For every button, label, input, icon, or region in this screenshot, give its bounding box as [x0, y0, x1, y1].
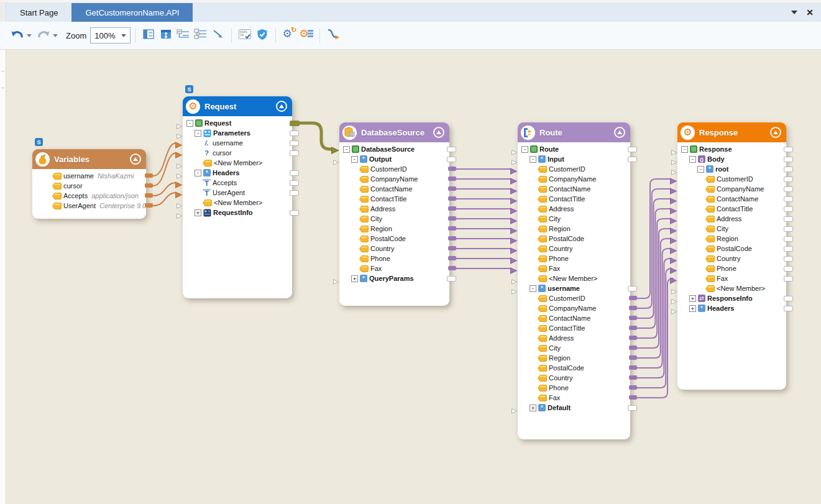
- tree-row[interactable]: Phone: [677, 263, 786, 273]
- tree-row[interactable]: <New Member>: [677, 283, 786, 293]
- node-header-databasesource[interactable]: DatabaseSource: [339, 122, 449, 142]
- output-port[interactable]: [629, 336, 637, 340]
- wire-route-to-response[interactable]: [637, 209, 671, 328]
- expand-toggle-icon[interactable]: +: [530, 405, 536, 411]
- output-port[interactable]: [448, 266, 456, 270]
- tree-row[interactable]: -*Headers: [183, 168, 292, 178]
- tree-row[interactable]: City: [518, 343, 630, 353]
- tree-row[interactable]: Acceptsapplication/json: [32, 191, 146, 201]
- wire-route-to-response[interactable]: [637, 189, 671, 308]
- output-port[interactable]: [629, 365, 637, 370]
- input-port[interactable]: [333, 157, 339, 168]
- panel-left-button[interactable]: [141, 26, 156, 45]
- node-request[interactable]: S⚙Request-Request-Parameters/.username?c…: [183, 96, 292, 298]
- wire-variables-to-request[interactable]: [153, 143, 177, 176]
- panel-fit-button[interactable]: [158, 26, 173, 45]
- collapse-node-button[interactable]: [614, 127, 625, 138]
- wire-route-to-response[interactable]: [637, 278, 673, 398]
- output-port[interactable]: [784, 157, 793, 162]
- tree-row[interactable]: Region: [518, 353, 630, 363]
- tree-row[interactable]: -Request: [183, 118, 292, 128]
- dropdown-caret-icon[interactable]: [27, 34, 32, 37]
- tree-row[interactable]: Country: [518, 244, 630, 254]
- collapse-toggle-icon[interactable]: -: [530, 156, 536, 163]
- tree-row[interactable]: PostalCode: [518, 234, 630, 244]
- node-header-response[interactable]: ⚙Response: [677, 122, 786, 142]
- output-port[interactable]: [784, 147, 793, 152]
- output-port[interactable]: [784, 246, 793, 252]
- deploy-settings-button[interactable]: ⚙: [299, 26, 314, 45]
- output-port[interactable]: [290, 190, 299, 196]
- input-port[interactable]: [333, 276, 339, 287]
- tree-row[interactable]: City: [339, 214, 449, 224]
- collapse-toggle-icon[interactable]: -: [697, 166, 704, 173]
- node-header-route[interactable]: Route: [518, 122, 630, 142]
- output-port[interactable]: [290, 180, 299, 186]
- left-panel-splitter[interactable]: [0, 50, 6, 504]
- expand-nodes-button[interactable]: [193, 26, 208, 45]
- redo-button[interactable]: [36, 26, 51, 45]
- tree-row[interactable]: CustomerID: [339, 164, 449, 174]
- output-port[interactable]: [784, 216, 793, 222]
- tree-row[interactable]: -{}Body: [677, 154, 786, 164]
- output-port[interactable]: [448, 186, 456, 191]
- output-port[interactable]: [447, 147, 456, 152]
- output-port[interactable]: [448, 206, 456, 211]
- tree-row[interactable]: +⇄ResponseInfo: [677, 293, 786, 303]
- tree-row[interactable]: -DatabaseSource: [339, 144, 449, 154]
- collapse-node-button[interactable]: [433, 127, 444, 138]
- input-port[interactable]: [175, 190, 182, 201]
- tree-row[interactable]: CompanyName: [339, 174, 449, 184]
- node-header-request[interactable]: ⚙Request: [183, 96, 292, 116]
- tree-row[interactable]: +*Headers: [677, 303, 786, 313]
- output-port[interactable]: [290, 140, 299, 146]
- output-port[interactable]: [628, 147, 637, 152]
- node-databasesource[interactable]: DatabaseSource-DatabaseSource-*OutputCus…: [339, 122, 449, 306]
- output-port[interactable]: [448, 226, 456, 231]
- output-port[interactable]: [448, 246, 456, 250]
- output-port[interactable]: [290, 131, 299, 136]
- output-port[interactable]: [290, 210, 299, 216]
- output-port[interactable]: [629, 395, 637, 400]
- output-port[interactable]: [784, 226, 793, 232]
- tree-row[interactable]: -*root: [677, 164, 786, 174]
- output-port[interactable]: [448, 256, 456, 260]
- output-port[interactable]: [784, 206, 793, 212]
- output-port[interactable]: [629, 316, 637, 320]
- tree-row[interactable]: <New Member>: [183, 198, 292, 208]
- wire-route-to-response[interactable]: [637, 229, 671, 348]
- output-port[interactable]: [290, 121, 300, 126]
- collapse-toggle-icon[interactable]: -: [186, 120, 193, 127]
- output-port[interactable]: [629, 326, 637, 330]
- wire-route-to-response[interactable]: [637, 199, 671, 318]
- output-port[interactable]: [629, 355, 637, 360]
- zoom-level-select[interactable]: 100%: [90, 27, 131, 44]
- tree-row[interactable]: CompanyName: [677, 184, 786, 194]
- output-port[interactable]: [290, 170, 299, 176]
- tree-row[interactable]: ContactTitle: [677, 204, 786, 214]
- verify-shield-button[interactable]: [255, 26, 270, 45]
- wire-variables-to-request[interactable]: [153, 193, 177, 206]
- output-port[interactable]: [629, 385, 637, 390]
- input-port[interactable]: [511, 405, 517, 416]
- tree-row[interactable]: <New Member>: [183, 158, 292, 168]
- collapse-toggle-icon[interactable]: -: [195, 130, 201, 137]
- tree-row[interactable]: Country: [518, 373, 630, 383]
- tree-row[interactable]: ContactName: [339, 184, 449, 194]
- tree-row[interactable]: PostalCode: [339, 234, 449, 244]
- output-port[interactable]: [448, 167, 456, 171]
- output-port[interactable]: [448, 176, 456, 181]
- tree-row[interactable]: ContactTitle: [339, 194, 449, 204]
- wire-variables-to-request[interactable]: [153, 183, 177, 196]
- tree-row[interactable]: /.username: [183, 138, 292, 148]
- input-port[interactable]: [510, 265, 517, 277]
- output-port[interactable]: [290, 150, 299, 156]
- node-route[interactable]: Route-Route-*InputCustomerIDCompanyNameC…: [518, 122, 630, 439]
- output-port[interactable]: [145, 193, 153, 198]
- collapse-node-button[interactable]: [770, 127, 781, 138]
- input-port[interactable]: [671, 306, 677, 317]
- tree-row[interactable]: -*Output: [339, 154, 449, 164]
- tab-start-page[interactable]: Start Page: [6, 3, 71, 22]
- tree-row[interactable]: +*Default: [518, 403, 630, 413]
- tree-row[interactable]: Phone: [518, 383, 630, 393]
